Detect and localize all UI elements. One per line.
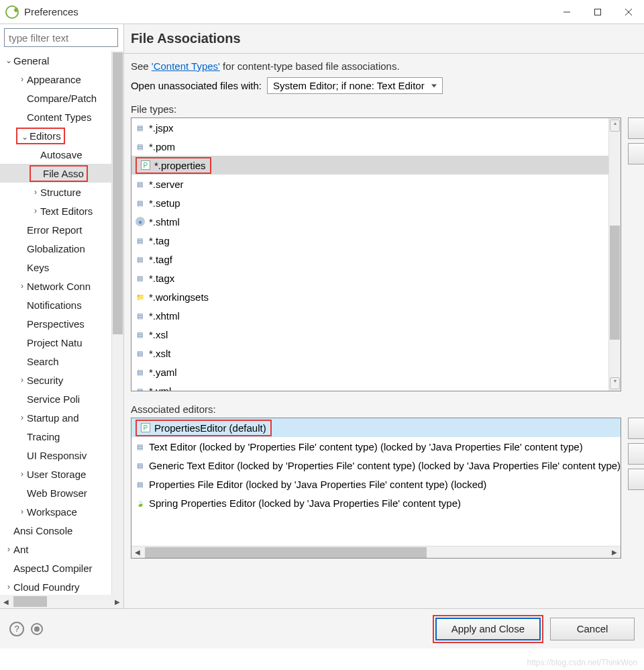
tree-item[interactable]: ⌄General [0,51,111,70]
tree-item[interactable]: Perspectives [0,314,111,333]
file-type-item[interactable]: ▤*.xhtml [131,306,608,325]
editor-icon: ▤ [136,479,145,489]
file-icon: ▤ [136,386,145,391]
tree-item[interactable]: ›Security [0,371,111,389]
file-types-label: File types: [131,103,644,115]
file-icon: ▤ [136,142,145,151]
editor-item[interactable]: ▤Text Editor (locked by 'Properties File… [131,437,621,456]
editor-icon: ▤ [136,442,145,451]
tree-item[interactable]: AspectJ Compiler [0,559,111,577]
tree-item[interactable]: Autosave [0,145,111,164]
sidebar-hscroll[interactable]: ◀ ▶ [0,595,123,608]
maximize-button[interactable] [582,0,613,24]
file-icon: ● [136,217,145,226]
file-type-item[interactable]: ▤*.tagx [131,269,608,287]
file-type-item[interactable]: ▤*.jspx [131,118,608,137]
file-types-remove-button[interactable]: Remove [628,143,644,164]
main-panel: File Associations ⇦▾ ⇨▾ ▾ See 'Content T… [124,24,644,608]
assoc-remove-button[interactable]: Remove [628,443,644,465]
tree-item[interactable]: ›Startup and [0,408,111,427]
file-icon: ▤ [136,179,145,189]
file-type-item[interactable]: ▤*.tagf [131,250,608,269]
tree-item[interactable]: ⌄Editors [0,126,111,145]
tree-item[interactable]: ›Workspace [0,502,111,521]
tree-item[interactable]: Compare/Patch [0,89,111,107]
assoc-add-button[interactable]: Add... [628,418,644,439]
file-type-item[interactable]: P*.properties [131,156,608,175]
title-bar: Preferences [0,0,644,24]
tree-item[interactable]: Content Types [0,107,111,126]
file-icon: 📁 [136,292,145,301]
preferences-tree[interactable]: ⌄General›AppearanceCompare/PatchContent … [0,51,111,595]
tree-item[interactable]: Project Natu [0,333,111,352]
file-type-item[interactable]: ●*.shtml [131,212,608,231]
editor-item[interactable]: 🍃Spring Properties Editor (locked by 'Ja… [131,493,621,512]
assoc-default-button[interactable]: Default [628,469,644,490]
file-type-item[interactable]: ▤*.tag [131,231,608,250]
assoc-hscroll[interactable]: ◀ ▶ [131,546,621,558]
file-type-item[interactable]: ▤*.xslt [131,344,608,363]
tree-item[interactable]: Error Report [0,220,111,239]
tree-item[interactable]: Service Poli [0,389,111,408]
filter-input[interactable] [4,28,118,47]
editor-item[interactable]: ▤Properties File Editor (locked by 'Java… [131,475,621,493]
file-icon: ▤ [136,311,145,320]
page-title: File Associations [131,31,644,46]
file-icon: ▤ [136,198,145,207]
file-type-item[interactable]: ▤*.yaml [131,363,608,381]
minimize-button[interactable] [551,0,582,24]
tree-item[interactable]: Keys [0,258,111,277]
sidebar-scrollbar[interactable] [111,51,123,595]
tree-item[interactable]: ›Appearance [0,70,111,89]
editor-icon: 🍃 [136,498,145,508]
close-button[interactable] [613,0,644,24]
file-icon: ▤ [136,348,145,358]
file-icon: ▤ [136,236,145,245]
tree-item[interactable]: ›User Storage [0,465,111,483]
tree-item[interactable]: Tracing [0,427,111,446]
window-title: Preferences [24,6,551,17]
file-icon: P [141,160,150,170]
file-types-scrollbar[interactable]: ▴ ▾ [608,118,621,391]
tree-item[interactable]: UI Responsiv [0,446,111,465]
tree-item[interactable]: Globalization [0,239,111,258]
file-icon: ▤ [136,123,145,132]
tree-item[interactable]: File Asso [0,164,111,183]
help-icon[interactable]: ? [9,622,24,636]
tree-item[interactable]: ›Text Editors [0,201,111,220]
tree-item[interactable]: Web Browser [0,483,111,502]
file-type-item[interactable]: ▤*.yml [131,381,608,391]
tree-item[interactable]: ›Cloud Foundry [0,577,111,595]
associated-editors-label: Associated editors: [131,403,644,415]
footer: ? Apply and Close Cancel [0,608,644,649]
content-types-link[interactable]: 'Content Types' [152,60,220,72]
file-types-list[interactable]: ▤*.jspx▤*.pomP*.properties▤*.server▤*.se… [131,117,621,391]
tree-item[interactable]: ›Ant [0,540,111,559]
file-icon: ▤ [136,367,145,377]
file-type-item[interactable]: ▤*.setup [131,193,608,212]
file-type-item[interactable]: ▤*.server [131,175,608,193]
watermark: https://blog.csdn.net/ThinkWon [527,658,637,667]
editor-item[interactable]: PPropertiesEditor (default) [131,418,621,437]
tree-item[interactable]: Notifications [0,295,111,314]
editor-item[interactable]: ▤Generic Text Editor (locked by 'Propert… [131,456,621,475]
app-icon [5,5,19,19]
file-types-add-button[interactable]: Add... [628,117,644,139]
file-icon: ▤ [136,254,145,264]
cancel-button[interactable]: Cancel [550,618,635,640]
apply-and-close-button[interactable]: Apply and Close [435,618,541,640]
open-unassociated-dropdown[interactable]: System Editor; if none: Text Editor [267,77,443,94]
tree-item[interactable]: Search [0,352,111,371]
record-icon[interactable] [31,623,43,635]
description: See 'Content Types' for content-type bas… [131,60,644,72]
file-icon: ▤ [136,273,145,283]
open-unassociated-label: Open unassociated files with: [131,80,262,91]
tree-item[interactable]: Ansi Console [0,521,111,540]
associated-editors-list[interactable]: PPropertiesEditor (default)▤Text Editor … [131,418,621,559]
sidebar: ⌄General›AppearanceCompare/PatchContent … [0,24,124,608]
file-type-item[interactable]: ▤*.xsl [131,325,608,344]
file-type-item[interactable]: 📁*.workingsets [131,287,608,306]
tree-item[interactable]: ›Structure [0,183,111,201]
tree-item[interactable]: ›Network Conn [0,277,111,295]
file-type-item[interactable]: ▤*.pom [131,137,608,156]
